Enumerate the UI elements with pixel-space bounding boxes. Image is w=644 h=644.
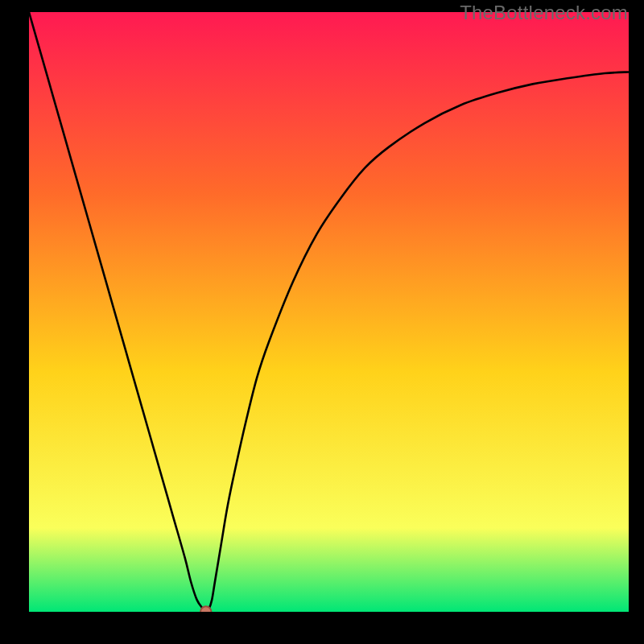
optimum-marker	[200, 606, 211, 612]
watermark-text: TheBottleneck.com	[460, 2, 628, 24]
gradient-background	[29, 12, 629, 612]
plot-area	[29, 12, 629, 612]
chart-frame: TheBottleneck.com	[0, 0, 644, 644]
